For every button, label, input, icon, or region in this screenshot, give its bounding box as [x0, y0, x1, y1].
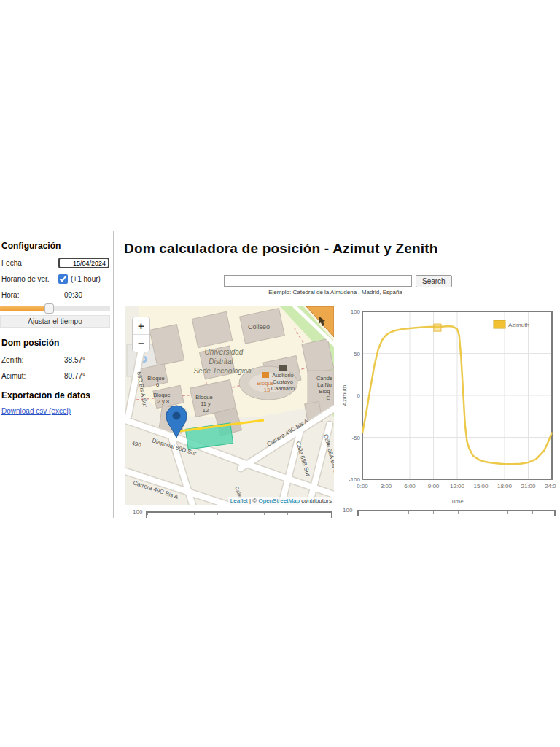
zoom-in-button[interactable]: +	[133, 317, 149, 335]
svg-text:11 y: 11 y	[201, 400, 211, 407]
svg-text:24:00: 24:00	[545, 483, 556, 489]
svg-text:Auditorio: Auditorio	[272, 372, 294, 379]
horario-label: Horario de ver.	[1, 275, 58, 283]
hora-value: 09:30	[64, 291, 82, 299]
page: Configuración Fecha Horario de ver. (+1 …	[0, 0, 560, 747]
poi-icon-auditorio	[279, 365, 287, 371]
export-heading: Exportación de datos	[1, 390, 112, 400]
zenith-row: Zenith: 38.57°	[1, 355, 112, 365]
fecha-row: Fecha	[1, 258, 112, 268]
svg-text:50: 50	[354, 351, 360, 357]
azimuth-chart: 0:003:006:009:0012:0015:0018:0021:0024:0…	[339, 304, 556, 507]
hora-label: Hora:	[1, 291, 58, 299]
ajustar-tiempo-button[interactable]: Ajustar el tiempo	[0, 315, 110, 328]
svg-text:Gustavo: Gustavo	[273, 379, 293, 385]
map-canvas[interactable]: P	[125, 306, 334, 505]
attribution-contributors: contributors	[300, 498, 332, 504]
fecha-input[interactable]	[58, 258, 109, 268]
page-title: Dom calculadora de posición - Azimut y Z…	[124, 241, 438, 257]
svg-text:6: 6	[156, 382, 159, 388]
map-zoom-control: + −	[132, 317, 150, 352]
partial-chart-left	[146, 511, 332, 518]
legend-swatch	[494, 320, 505, 328]
partial-right-ytick: 100	[343, 507, 352, 514]
zoom-out-button[interactable]: −	[133, 335, 149, 352]
time-slider-thumb[interactable]	[44, 303, 54, 314]
sidebar-divider	[113, 231, 114, 518]
hora-row: Hora: 09:30	[1, 290, 112, 301]
search-example-text: Ejemplo: Catedral de la Almudena , Madri…	[175, 289, 496, 295]
attribution-separator: | ©	[248, 498, 259, 504]
svg-text:100: 100	[351, 309, 361, 315]
config-heading: Configuración	[1, 241, 112, 251]
svg-text:9:00: 9:00	[428, 483, 440, 489]
svg-text:Distrital: Distrital	[209, 357, 233, 365]
svg-text:18:00: 18:00	[497, 483, 513, 489]
poi-icon-bloque13	[262, 372, 269, 378]
horario-checkbox[interactable]	[58, 274, 68, 284]
search-bar: Search	[224, 275, 452, 287]
svg-text:Universidad: Universidad	[205, 348, 244, 356]
osm-link[interactable]: OpenStreetMap	[258, 498, 299, 504]
svg-text:Sede Tecnológica: Sede Tecnológica	[193, 367, 252, 375]
fecha-label: Fecha	[1, 259, 58, 267]
svg-text:3:00: 3:00	[381, 483, 392, 489]
svg-text:Bloque: Bloque	[195, 394, 212, 400]
partial-left-ticks	[147, 513, 331, 515]
partial-right-ticks	[359, 511, 554, 514]
svg-text:Bloq: Bloq	[319, 388, 330, 395]
horario-suffix: (+1 hour)	[71, 275, 101, 283]
acimut-label: Acimut:	[1, 372, 58, 380]
zenith-label: Zenith:	[1, 356, 58, 364]
search-input[interactable]	[224, 275, 412, 287]
current-time-marker	[434, 324, 441, 331]
label-coliseo: Coliseo	[248, 323, 270, 330]
svg-text:Caamaño: Caamaño	[271, 385, 295, 392]
zenith-value: 38.57°	[64, 356, 85, 364]
leaflet-link[interactable]: Leaflet	[230, 498, 248, 504]
partial-left-ytick: 100	[133, 508, 142, 515]
map-graphics: P	[125, 306, 334, 505]
svg-text:12: 12	[203, 407, 209, 414]
svg-text:Bloque: Bloque	[147, 375, 164, 382]
svg-text:6:00: 6:00	[404, 483, 416, 489]
svg-text:0:00: 0:00	[357, 483, 368, 489]
svg-text:13: 13	[264, 387, 270, 393]
label-490: 490	[131, 440, 142, 449]
svg-text:E: E	[326, 395, 330, 401]
y-axis-label: Azimuth	[341, 385, 348, 406]
svg-text:Cande: Cande	[316, 375, 332, 382]
svg-text:15:00: 15:00	[473, 483, 489, 489]
svg-text:-100: -100	[349, 476, 361, 483]
sidebar: Configuración Fecha Horario de ver. (+1 …	[0, 241, 112, 415]
azimuth-chart-svg: 0:003:006:009:0012:0015:0018:0021:0024:0…	[339, 304, 556, 507]
svg-text:2 y 8: 2 y 8	[158, 398, 169, 405]
x-axis-label: Time	[451, 498, 464, 505]
time-slider-fill	[0, 306, 46, 311]
svg-text:21:00: 21:00	[521, 483, 536, 489]
svg-text:La Nu: La Nu	[317, 382, 332, 388]
svg-text:12:00: 12:00	[450, 483, 465, 489]
svg-text:Bloque: Bloque	[153, 392, 170, 398]
svg-text:-50: -50	[351, 435, 360, 441]
map-attribution: Leaflet | © OpenStreetMap contributors	[228, 497, 334, 505]
legend-label: Azimuth	[508, 322, 529, 328]
partial-chart-right	[357, 510, 556, 516]
posicion-heading: Dom posición	[1, 338, 112, 348]
time-slider[interactable]	[0, 306, 110, 311]
svg-text:0: 0	[357, 392, 361, 399]
acimut-row: Acimut: 80.77°	[1, 371, 112, 382]
search-button[interactable]: Search	[416, 275, 452, 287]
horario-row: Horario de ver. (+1 hour)	[1, 274, 112, 285]
acimut-value: 80.77°	[64, 372, 85, 380]
download-csv-link[interactable]: Download csv (excel)	[1, 407, 71, 415]
